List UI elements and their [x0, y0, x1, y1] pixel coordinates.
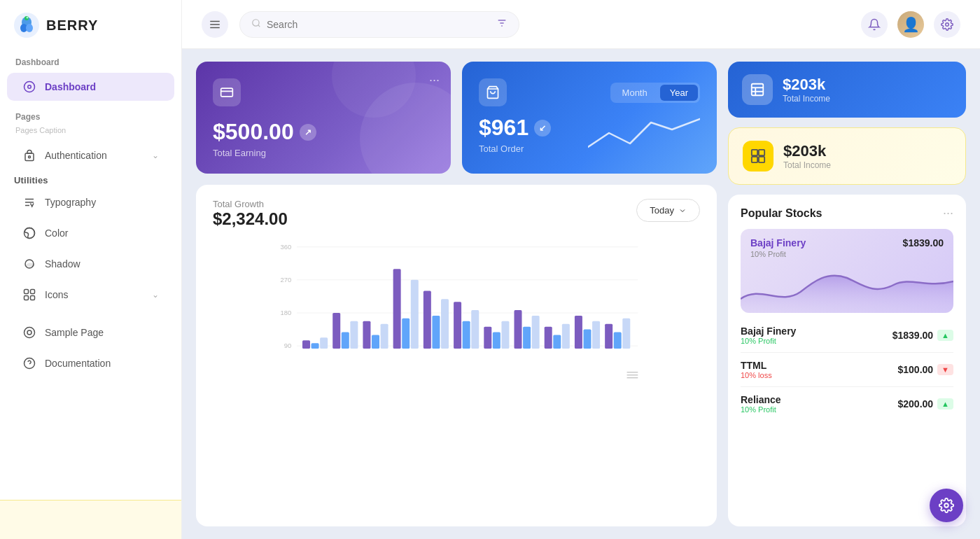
svg-point-85: [944, 503, 948, 507]
stock-profit: 10% Profit: [741, 405, 781, 414]
svg-rect-73: [592, 321, 600, 349]
svg-point-5: [27, 17, 29, 19]
svg-rect-13: [24, 290, 29, 294]
svg-rect-49: [350, 321, 358, 349]
today-filter-button[interactable]: Today: [636, 199, 700, 222]
section-label-dashboard: Dashboard: [0, 48, 181, 71]
sidebar-item-dashboard[interactable]: Dashboard: [7, 73, 174, 101]
svg-rect-65: [514, 310, 522, 349]
search-icon: [251, 18, 261, 30]
sidebar-item-authentication[interactable]: Authentication ⌄: [7, 141, 174, 169]
svg-rect-50: [363, 321, 370, 349]
logo-icon: [14, 13, 39, 38]
svg-rect-44: [302, 340, 310, 349]
svg-rect-82: [759, 150, 764, 155]
search-bar: [239, 11, 519, 38]
growth-amount: $2,324.00: [213, 209, 288, 229]
text-icon: [22, 195, 36, 209]
svg-rect-53: [393, 269, 401, 349]
topbar: 👤: [182, 0, 980, 49]
logo: BERRY: [0, 0, 181, 48]
svg-rect-48: [342, 332, 349, 349]
svg-point-24: [253, 20, 259, 26]
stock-list: Bajaj Finery 10% Profit $1839.00 ▲ TTML …: [741, 318, 953, 421]
app-name: BERRY: [46, 18, 98, 34]
trend-down-badge: ▼: [937, 364, 953, 375]
sidebar-item-documentation[interactable]: Documentation: [7, 349, 174, 377]
topbar-right: 👤: [861, 11, 960, 38]
search-input[interactable]: [267, 19, 491, 30]
svg-text:360: 360: [281, 243, 292, 251]
notification-button[interactable]: [861, 11, 888, 38]
user-avatar[interactable]: 👤: [897, 11, 924, 38]
help-icon: [22, 356, 36, 370]
growth-label: Total Growth: [213, 199, 288, 209]
shadow-icon: [22, 257, 36, 271]
menu-button[interactable]: [202, 11, 228, 38]
arrow-up-icon: ↗: [300, 124, 316, 141]
float-settings-button[interactable]: [930, 489, 963, 522]
growth-card: Total Growth $2,324.00 Today: [196, 185, 717, 526]
sidebar-item-label: Documentation: [45, 358, 111, 369]
toggle-group: Month Year: [610, 83, 700, 103]
right-panel: $203k Total Income $203k Total Income Po…: [728, 62, 966, 526]
list-item: Bajaj Finery 10% Profit $1839.00 ▲: [741, 318, 953, 353]
svg-rect-70: [562, 324, 570, 349]
income-card-blue: $203k Total Income: [728, 62, 966, 118]
svg-rect-51: [372, 335, 379, 349]
svg-rect-57: [432, 316, 440, 349]
svg-rect-66: [523, 327, 531, 349]
lock-icon: [22, 148, 36, 162]
stock-profit: 10% Profit: [741, 337, 796, 345]
svg-point-7: [28, 85, 31, 89]
chevron-down-icon: ⌄: [152, 290, 159, 300]
stock-price: $200.00: [898, 398, 934, 410]
toggle-year-button[interactable]: Year: [660, 85, 698, 101]
card-order-top: Month Year: [479, 78, 700, 106]
svg-rect-83: [752, 157, 757, 162]
bar-chart-wrap: 360 270 180 90: [213, 236, 700, 512]
sidebar-item-color[interactable]: Color: [7, 219, 174, 247]
income-table-icon: [742, 74, 773, 105]
icons-icon: [22, 288, 36, 302]
filter-icon[interactable]: [496, 18, 507, 31]
svg-rect-58: [441, 299, 449, 349]
stock-name: TTML: [741, 360, 772, 371]
order-icon: [479, 78, 507, 106]
svg-rect-67: [532, 316, 540, 349]
income-blue-label: Total Income: [783, 94, 830, 104]
content-area: ··· $500.00 ↗ Total Earning Month: [182, 49, 980, 539]
chevron-down-icon: ⌄: [152, 150, 159, 160]
svg-rect-61: [471, 310, 479, 349]
stock-name: Reliance: [741, 394, 781, 405]
page-icon: [22, 326, 36, 340]
trend-up-badge: ▲: [937, 398, 953, 410]
toggle-month-button[interactable]: Month: [612, 85, 657, 101]
settings-button[interactable]: [934, 11, 960, 38]
svg-line-25: [258, 25, 260, 27]
order-amount: $961 ↙: [479, 115, 551, 141]
svg-text:270: 270: [281, 276, 292, 284]
sidebar-item-sample-page[interactable]: Sample Page: [7, 318, 174, 346]
featured-stock-chart: Bajaj Finery $1839.00 10% Profit: [741, 229, 953, 313]
sidebar-item-typography[interactable]: Typography: [7, 188, 174, 216]
svg-point-12: [27, 263, 35, 267]
svg-rect-72: [584, 330, 592, 349]
svg-rect-63: [493, 332, 500, 349]
card-order: Month Year $961 ↙ Total Order: [462, 62, 717, 174]
today-label: Today: [650, 205, 674, 216]
pages-caption: Pages Caption: [0, 126, 181, 140]
sidebar-item-icons[interactable]: Icons ⌄: [7, 281, 174, 309]
stocks-header: Popular Stocks ···: [741, 206, 953, 220]
sidebar-bottom-banner: [0, 500, 181, 539]
sidebar-item-shadow[interactable]: Shadow: [7, 250, 174, 278]
svg-rect-47: [332, 313, 340, 349]
stocks-menu-icon[interactable]: ···: [943, 206, 953, 220]
featured-stock-name: Bajaj Finery: [750, 237, 806, 248]
card-menu-icon[interactable]: ···: [429, 73, 440, 88]
svg-rect-64: [501, 321, 509, 349]
svg-rect-30: [221, 88, 233, 97]
income-card-yellow: $203k Total Income: [728, 127, 966, 185]
svg-rect-46: [320, 337, 328, 349]
svg-rect-45: [312, 343, 319, 349]
